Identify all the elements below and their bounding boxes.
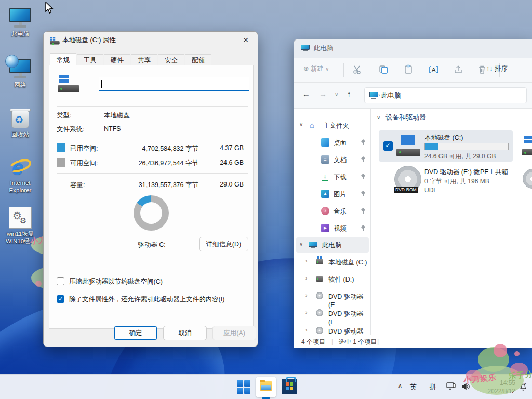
ime-pinyin-indicator[interactable]: 拼 [430, 382, 436, 392]
gears-icon: ⚙⚙ [9, 207, 32, 229]
desktop-icon-label: 回收站 [0, 131, 41, 138]
sidebar-item-pictures[interactable]: ▲ 图片 [296, 187, 369, 202]
rename-icon[interactable]: A [428, 64, 440, 76]
sidebar-item-drive-d[interactable]: › 软件 (D:) [296, 272, 369, 287]
free-space-size: 24.6 GB [207, 159, 244, 166]
capacity-size: 29.0 GB [207, 181, 244, 188]
drive-free-space: 24.6 GB 可用, 共 29.0 GB [424, 152, 496, 161]
chevron-down-icon: ∨ [377, 115, 380, 121]
properties-dialog: 本地磁盘 (C:) 属性 ✕ 常规 工具 硬件 共享 安全 配额 类型: 本地磁… [43, 31, 258, 347]
used-space-bytes: 4,702,584,832 字节 [142, 144, 198, 153]
drive-name: 本地磁盘 (C:) [424, 134, 463, 142]
start-button[interactable] [237, 380, 250, 394]
cancel-button[interactable]: 取消 [163, 326, 207, 340]
sidebar-item-this-pc[interactable]: ∨ 此电脑 [296, 237, 369, 253]
chevron-right-icon[interactable]: › [305, 327, 307, 333]
pin-icon [361, 174, 366, 179]
recycle-bin-icon: ♻ [10, 108, 31, 129]
desktop-icon-internet-explorer[interactable]: e InternetExplorer [0, 155, 41, 194]
history-chevron-icon[interactable]: ∨ [335, 91, 338, 97]
downloads-icon: ↓ [322, 172, 328, 181]
home-icon: ⌂ [310, 121, 318, 129]
chevron-right-icon[interactable]: › [305, 292, 307, 298]
drive-icon-large [395, 134, 421, 158]
taskbar-file-explorer-button[interactable] [256, 377, 276, 397]
taskbar-store-button[interactable] [282, 379, 297, 394]
new-button[interactable]: ⊕ 新建 ∨ [303, 64, 329, 73]
cut-icon[interactable] [352, 64, 364, 76]
close-icon[interactable]: ✕ [237, 33, 255, 47]
pane-divider [370, 109, 371, 335]
ime-language-indicator[interactable]: 英 [410, 382, 417, 392]
drive-icon [50, 37, 60, 45]
tray-date: 2022/8/12 [479, 387, 515, 395]
forward-icon[interactable]: → [319, 89, 327, 98]
paste-icon[interactable] [403, 64, 415, 76]
sidebar-item-home[interactable]: ∨ ⌂ 主文件夹 [296, 118, 369, 134]
sidebar-item-dvd-e[interactable]: › DVD 驱动器 (E [296, 289, 369, 304]
disc-icon [316, 327, 323, 334]
drive-c-tile[interactable]: 本地磁盘 (C:) 24.6 GB 可用, 共 29.0 GB [379, 130, 513, 162]
tray-chevron-icon[interactable]: ∧ [398, 382, 402, 389]
partial-drive-icon [522, 136, 532, 156]
chevron-down-icon[interactable]: ∨ [299, 122, 303, 127]
sidebar-item-music[interactable]: ♪ 音乐 [296, 204, 369, 219]
dvd-filesystem: UDF [424, 187, 437, 194]
network-icon[interactable] [446, 382, 456, 393]
pin-icon [361, 191, 366, 196]
desktop-icon-this-pc[interactable]: 此电脑 [0, 8, 41, 37]
drive-icon [316, 276, 323, 282]
sidebar-item-desktop[interactable]: 桌面 [296, 135, 369, 151]
pin-icon [361, 157, 366, 162]
file-explorer-window: 此电脑 ⊕ 新建 ∨ A ↑↓ 排序 ← → ∨ ↑ › [294, 39, 532, 348]
drive-usage-bar [424, 143, 509, 150]
pictures-icon: ▲ [321, 190, 329, 198]
chevron-right-icon[interactable]: › [305, 258, 307, 264]
chevron-right-icon[interactable]: › [305, 275, 307, 281]
explorer-titlebar[interactable]: 此电脑 [294, 39, 532, 58]
capacity-label: 容量: [70, 181, 85, 190]
address-bar[interactable]: › 此电脑 [364, 87, 527, 103]
pin-icon [361, 225, 366, 231]
desktop-icon-win11-restore[interactable]: ⚙⚙ win11恢复WIN10经... [0, 207, 41, 245]
tab-general[interactable]: 常规 [50, 53, 76, 68]
breadcrumb-location[interactable]: 此电脑 [381, 91, 401, 100]
chevron-down-icon[interactable]: ∨ [299, 241, 303, 247]
sidebar-item-dvd-f2[interactable]: › DVD 驱动器 (F:) [296, 324, 369, 335]
volume-icon[interactable] [461, 382, 471, 393]
dvd-e-tile[interactable]: DVD-ROM DVD 驱动器 (E:) 微PE工具箱 0 字节 可用, 共 1… [379, 165, 513, 196]
documents-icon: ≡ [321, 155, 329, 164]
chevron-right-icon[interactable]: › [305, 310, 307, 315]
compress-drive-label: 压缩此驱动器以节约磁盘空间(C) [69, 277, 163, 286]
explorer-title: 此电脑 [314, 44, 334, 53]
desktop-icon-recycle-bin[interactable]: ♻ 回收站 [0, 108, 41, 138]
sidebar-item-downloads[interactable]: ↓ 下载 [296, 169, 369, 185]
sort-button[interactable]: ↑↓ 排序 [486, 64, 508, 73]
taskbar: ∧ 英 拼 14:55 2022/8/12 z [0, 374, 532, 399]
sidebar-item-dvd-f[interactable]: › DVD 驱动器 (F [296, 306, 369, 322]
up-icon[interactable]: ↑ [347, 89, 351, 98]
compress-drive-checkbox[interactable] [57, 277, 64, 285]
dialog-titlebar[interactable]: 本地磁盘 (C:) 属性 ✕ [44, 32, 258, 52]
index-contents-checkbox[interactable] [57, 295, 64, 303]
desktop-icon-network[interactable]: 网络 [0, 59, 41, 88]
back-icon[interactable]: ← [302, 89, 310, 98]
explorer-nav-bar: ← → ∨ ↑ › 此电脑 [294, 83, 532, 109]
volume-label-input[interactable] [99, 77, 249, 91]
sidebar-item-documents[interactable]: ≡ 文档 [296, 152, 369, 168]
used-space-swatch [57, 143, 65, 152]
notification-bell-icon[interactable]: z [518, 382, 528, 393]
share-icon[interactable] [453, 64, 464, 76]
section-header-devices[interactable]: ∨设备和驱动器 [377, 113, 426, 122]
selected-checkbox[interactable] [383, 141, 393, 151]
desktop-icon-label: win11恢复 [7, 231, 34, 237]
details-button[interactable]: 详细信息(D) [199, 237, 248, 251]
dialog-tab-strip: 常规 工具 硬件 共享 安全 配额 [50, 53, 251, 65]
taskbar-clock[interactable]: 14:55 2022/8/12 [479, 379, 515, 395]
explorer-sidebar: ∨ ⌂ 主文件夹 桌面 ≡ 文档 ↓ 下载 ▲ 图片 [294, 109, 370, 335]
sidebar-item-videos[interactable]: ▶ 视频 [296, 221, 369, 236]
sidebar-item-drive-c[interactable]: › 本地磁盘 (C:) [296, 255, 369, 270]
this-pc-icon [301, 45, 310, 52]
copy-icon[interactable] [378, 64, 390, 76]
ok-button[interactable]: 确定 [114, 326, 157, 340]
